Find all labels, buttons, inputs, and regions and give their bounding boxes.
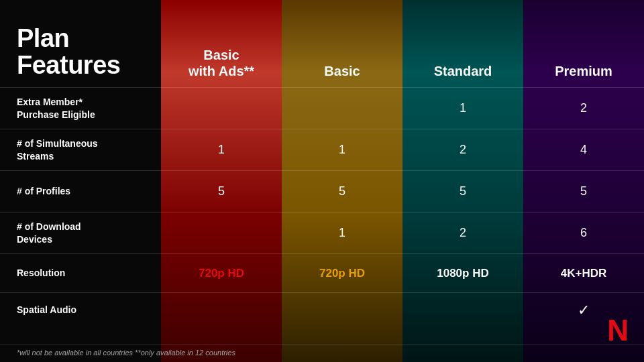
data-rows: Extra Member*Purchase Eligible 1 2 # of … <box>0 87 644 344</box>
plan-name-standard: Standard <box>406 63 520 79</box>
cell-downloads-basic: 1 <box>282 226 402 240</box>
cell-streams-basic: 1 <box>282 143 402 157</box>
label-download-devices: # of DownloadDevices <box>0 221 161 245</box>
cell-streams-standard: 2 <box>402 143 523 157</box>
footer: *will not be available in all countries … <box>0 344 644 362</box>
label-spatial-audio: Spatial Audio <box>0 304 161 316</box>
plan-header-premium: Premium <box>523 63 644 79</box>
row-extra-member: Extra Member*Purchase Eligible 1 2 <box>0 87 644 129</box>
cell-extra-member-standard: 1 <box>402 101 523 115</box>
header-row: Plan Features Basicwith Ads** Basic Stan… <box>0 0 644 87</box>
row-profiles: # of Profiles 5 5 5 5 <box>0 170 644 212</box>
cell-downloads-premium: 6 <box>523 226 644 240</box>
cell-resolution-basic-ads: 720p HD <box>161 267 282 280</box>
cell-resolution-basic: 720p HD <box>282 267 402 280</box>
netflix-n-icon: N <box>607 316 627 345</box>
plan-name-basic: Basic <box>285 63 399 79</box>
footer-note: *will not be available in all countries … <box>17 349 235 357</box>
cell-streams-basic-ads: 1 <box>161 143 282 157</box>
label-resolution: Resolution <box>0 267 161 279</box>
plan-header-basic-ads: Basicwith Ads** <box>161 47 282 79</box>
row-resolution: Resolution 720p HD 720p HD 1080p HD 4K+H… <box>0 253 644 292</box>
cell-resolution-premium: 4K+HDR <box>523 267 644 280</box>
cell-streams-premium: 4 <box>523 143 644 157</box>
row-download-devices: # of DownloadDevices 1 2 6 <box>0 212 644 253</box>
row-simultaneous-streams: # of SimultaneousStreams 1 1 2 4 <box>0 129 644 170</box>
cell-profiles-basic: 5 <box>282 184 402 198</box>
cell-profiles-premium: 5 <box>523 184 644 198</box>
plan-header-basic: Basic <box>282 63 402 79</box>
plan-header-standard: Standard <box>402 63 523 79</box>
content: Plan Features Basicwith Ads** Basic Stan… <box>0 0 644 362</box>
cell-profiles-basic-ads: 5 <box>161 184 282 198</box>
page-wrapper: Plan Features Basicwith Ads** Basic Stan… <box>0 0 644 362</box>
cell-profiles-standard: 5 <box>402 184 523 198</box>
feature-label-header: Plan Features <box>0 25 161 79</box>
cell-downloads-standard: 2 <box>402 226 523 240</box>
label-simultaneous-streams: # of SimultaneousStreams <box>0 137 161 162</box>
cell-resolution-standard: 1080p HD <box>402 267 523 280</box>
cell-extra-member-premium: 2 <box>523 101 644 115</box>
netflix-logo: N <box>607 316 627 345</box>
checkmark-icon: ✓ <box>578 302 590 318</box>
row-spatial-audio: Spatial Audio ✓ <box>0 292 644 327</box>
label-profiles: # of Profiles <box>0 185 161 197</box>
label-extra-member: Extra Member*Purchase Eligible <box>0 96 161 120</box>
plan-name-basic-ads: Basicwith Ads** <box>164 47 278 79</box>
page-title: Plan Features <box>17 25 148 79</box>
plan-name-premium: Premium <box>527 63 641 79</box>
